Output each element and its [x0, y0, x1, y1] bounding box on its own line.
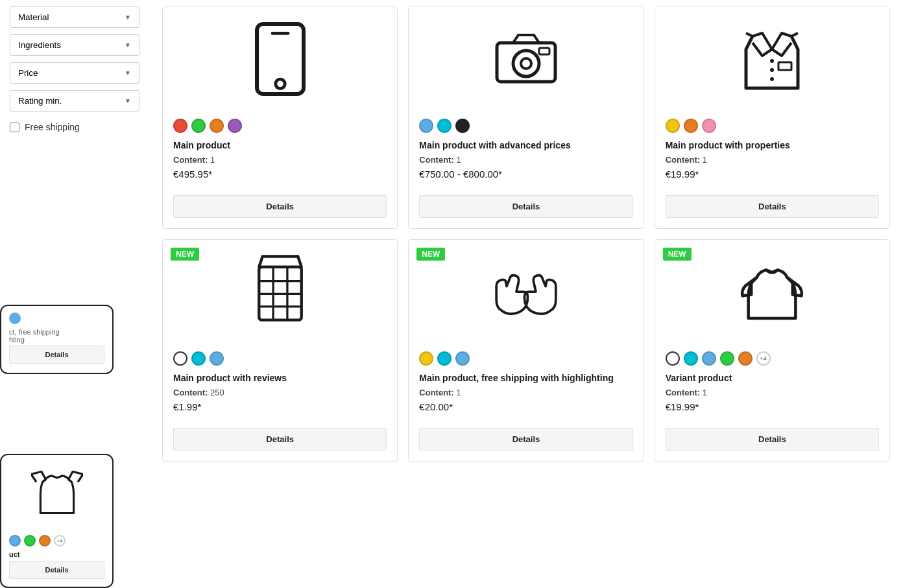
product-card: Main product with advanced prices Conten…	[408, 6, 644, 229]
svg-point-5	[521, 58, 531, 69]
product-image	[409, 7, 643, 111]
color-dot	[437, 351, 451, 366]
material-chevron-icon: ▼	[125, 14, 131, 21]
popup-dot	[9, 535, 21, 547]
product-content: Content: 1	[666, 155, 879, 165]
material-filter[interactable]: Material ▼	[10, 6, 139, 28]
product-body: Main product, free shipping with highlig…	[409, 344, 643, 428]
product-card: New	[162, 239, 398, 462]
color-dot	[173, 119, 187, 133]
color-swatches	[419, 119, 632, 133]
suit-icon	[740, 20, 804, 98]
product-content: Content: 250	[173, 388, 387, 397]
color-dot	[191, 351, 206, 366]
details-btn-wrap: Details	[409, 195, 643, 228]
popup-product-name: uct	[9, 550, 104, 558]
product-content: Content: 1	[419, 388, 632, 397]
color-dot	[191, 119, 206, 133]
rating-label: Rating min.	[18, 96, 62, 106]
product-body: +4 Variant product Content: 1 €19.99*	[655, 344, 889, 428]
details-btn-wrap: Details	[409, 428, 643, 461]
product-body: Main product Content: 1 €495.95*	[163, 111, 397, 195]
details-button[interactable]: Details	[173, 195, 387, 218]
svg-point-7	[770, 59, 774, 63]
product-content: Content: 1	[173, 155, 387, 165]
product-price: €750.00 - €800.00*	[419, 169, 632, 180]
color-dot	[702, 351, 716, 366]
svg-line-10	[746, 33, 752, 36]
popup-swatches: +4	[9, 535, 104, 547]
details-button[interactable]: Details	[419, 195, 632, 218]
ingredients-label: Ingredients	[18, 40, 61, 50]
details-button[interactable]: Details	[173, 428, 387, 451]
color-dot	[210, 351, 224, 366]
material-label: Material	[18, 12, 49, 22]
popup-content-hint: ct, free shippinghting	[9, 328, 104, 344]
product-image	[655, 7, 889, 111]
svg-point-1	[275, 79, 284, 88]
camera-icon	[494, 20, 559, 98]
svg-line-11	[791, 33, 798, 36]
badge-new: New	[663, 248, 692, 261]
details-button[interactable]: Details	[419, 428, 632, 451]
rating-filter[interactable]: Rating min. ▼	[10, 90, 139, 112]
popup-card-2: +4 uct Details	[0, 454, 114, 588]
details-btn-wrap: Details	[163, 195, 397, 228]
product-price: €20.00*	[419, 401, 632, 412]
product-name: Main product with properties	[666, 139, 879, 151]
price-chevron-icon: ▼	[125, 69, 131, 76]
product-content: Content: 1	[666, 388, 879, 397]
details-btn-wrap: Details	[655, 428, 889, 461]
details-button[interactable]: Details	[666, 195, 879, 218]
color-dot	[419, 351, 433, 366]
color-dot	[455, 119, 470, 133]
product-body: Main product with properties Content: 1 …	[655, 111, 889, 195]
sidebar: Material ▼ Ingredients ▼ Price ▼ Rating …	[0, 0, 149, 588]
product-price: €495.95*	[173, 169, 387, 180]
price-label: Price	[18, 68, 38, 78]
popup-details-button-2[interactable]: Details	[9, 561, 104, 579]
product-name: Variant product	[666, 372, 879, 384]
product-card: New	[655, 239, 890, 462]
product-name: Main product with advanced prices	[419, 139, 632, 151]
price-filter[interactable]: Price ▼	[10, 62, 139, 84]
product-name: Main product with reviews	[173, 372, 387, 384]
popup-dot	[39, 535, 51, 547]
chocolate-icon	[248, 253, 313, 331]
free-shipping-label: Free shipping	[25, 122, 80, 132]
product-card: New Main product, free shipping with hig…	[408, 239, 644, 462]
popup-details-button[interactable]: Details	[9, 346, 104, 364]
color-swatches: +4	[666, 351, 879, 366]
color-swatches	[173, 119, 387, 133]
product-image	[163, 7, 397, 111]
free-shipping-checkbox[interactable]	[10, 123, 19, 132]
svg-rect-12	[778, 62, 791, 70]
product-content: Content: 1	[419, 155, 632, 165]
more-colors-badge: +4	[756, 351, 771, 366]
popup-color-dot	[9, 312, 21, 324]
color-swatches	[173, 351, 387, 366]
popup-card-1: ct, free shippinghting Details	[0, 305, 114, 374]
mittens-icon	[494, 253, 559, 331]
badge-new: New	[171, 248, 199, 261]
ingredients-chevron-icon: ▼	[125, 41, 131, 49]
svg-point-8	[770, 68, 774, 72]
color-dot	[437, 119, 451, 133]
product-card: Main product with properties Content: 1 …	[655, 6, 890, 229]
color-dot	[738, 351, 752, 366]
color-dot	[455, 351, 470, 366]
product-card: Main product Content: 1 €495.95* Details	[162, 6, 398, 229]
popup-dot	[24, 535, 36, 547]
color-swatches	[419, 351, 632, 366]
phone-icon	[248, 20, 313, 98]
details-button[interactable]: Details	[666, 428, 879, 451]
product-body: Main product with reviews Content: 250 €…	[163, 344, 397, 428]
badge-new: New	[416, 248, 445, 261]
color-dot	[684, 119, 698, 133]
ingredients-filter[interactable]: Ingredients ▼	[10, 34, 139, 56]
color-dot	[173, 351, 187, 366]
product-body: Main product with advanced prices Conten…	[409, 111, 643, 195]
product-price: €19.99*	[666, 169, 879, 180]
color-dot	[210, 119, 224, 133]
details-btn-wrap: Details	[163, 428, 397, 461]
